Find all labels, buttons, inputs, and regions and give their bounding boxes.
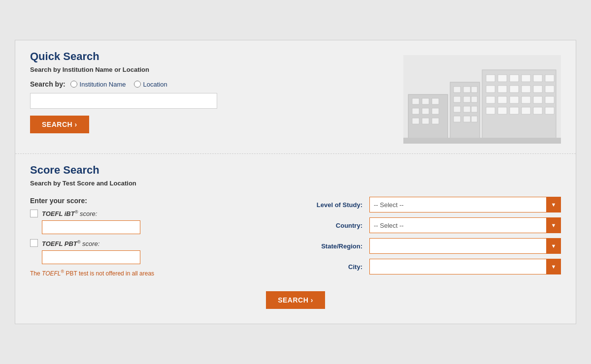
svg-rect-40 (454, 96, 460, 102)
svg-rect-17 (522, 96, 530, 103)
country-wrapper: -- Select -- (369, 217, 561, 233)
svg-rect-22 (510, 107, 519, 114)
state-region-select[interactable] (369, 238, 561, 254)
svg-rect-29 (432, 98, 439, 104)
toefl-pbt-row: TOEFL PBT® score: (30, 239, 281, 247)
score-search-button[interactable]: SEARCH › (266, 291, 325, 309)
svg-rect-39 (471, 87, 477, 92)
score-search-btn-row: SEARCH › (30, 291, 561, 309)
svg-rect-6 (533, 75, 542, 82)
svg-rect-5 (522, 75, 530, 82)
radio-group: Institution Name Location (70, 81, 167, 88)
toefl-ibt-input[interactable] (42, 220, 140, 234)
search-by-label: Search by: (30, 80, 66, 88)
svg-rect-48 (471, 116, 477, 122)
country-label: Country: (310, 222, 369, 229)
radio-location-label[interactable]: Location (134, 81, 167, 88)
svg-rect-37 (454, 87, 460, 92)
radio-institution-label[interactable]: Institution Name (70, 81, 126, 88)
score-right: Level of Study: -- Select -- Country: --… (300, 197, 561, 279)
svg-rect-9 (498, 86, 507, 92)
country-select[interactable]: -- Select -- (369, 217, 561, 233)
svg-rect-31 (422, 108, 429, 114)
svg-rect-18 (533, 96, 542, 103)
radio-location-input[interactable] (134, 81, 141, 88)
quick-search-input[interactable] (30, 93, 217, 109)
toefl-ibt-checkbox[interactable] (30, 210, 38, 217)
svg-rect-24 (533, 107, 542, 114)
search-by-row: Search by: Institution Name Location (30, 80, 394, 88)
svg-rect-27 (412, 98, 419, 104)
svg-rect-44 (463, 106, 470, 112)
svg-rect-49 (403, 138, 561, 144)
score-search-subtitle: Search by Test Score and Location (30, 180, 561, 187)
enter-score-label: Enter your score: (30, 197, 281, 205)
quick-search-left: Quick Search Search by Institution Name … (30, 50, 403, 133)
svg-rect-2 (486, 75, 495, 82)
svg-rect-47 (463, 116, 470, 122)
svg-rect-19 (545, 96, 554, 103)
svg-rect-35 (432, 118, 439, 124)
score-search-title: Score Search (30, 164, 561, 177)
svg-rect-43 (454, 106, 460, 112)
building-illustration (403, 55, 561, 144)
svg-rect-21 (498, 107, 507, 114)
svg-rect-20 (486, 107, 495, 114)
svg-rect-11 (522, 86, 530, 92)
toefl-ibt-label: TOEFL iBT® score: (42, 210, 97, 217)
svg-rect-32 (432, 108, 439, 114)
city-row: City: (310, 259, 561, 274)
svg-rect-7 (545, 75, 554, 82)
level-of-study-select[interactable]: -- Select -- (369, 197, 561, 212)
quick-search-button[interactable]: SEARCH › (30, 116, 89, 133)
svg-rect-3 (498, 75, 507, 82)
svg-rect-34 (422, 118, 429, 124)
svg-rect-45 (471, 106, 477, 112)
svg-rect-13 (545, 86, 554, 92)
toefl-pbt-checkbox[interactable] (30, 239, 38, 247)
radio-institution-text: Institution Name (80, 81, 126, 88)
radio-location-text: Location (143, 81, 167, 88)
score-search-body: Enter your score: TOEFL iBT® score: TOEF… (30, 197, 561, 279)
state-region-wrapper (369, 238, 561, 254)
svg-rect-15 (498, 96, 507, 103)
score-search-section: Score Search Search by Test Score and Lo… (15, 154, 576, 324)
level-of-study-row: Level of Study: -- Select -- (310, 197, 561, 212)
svg-rect-41 (463, 96, 470, 102)
svg-rect-38 (463, 87, 470, 92)
city-wrapper (369, 259, 561, 274)
svg-rect-25 (545, 107, 554, 114)
state-region-label: State/Region: (310, 243, 369, 250)
svg-rect-4 (510, 75, 519, 82)
svg-rect-10 (510, 86, 519, 92)
svg-rect-30 (412, 108, 419, 114)
pbt-notice: The TOEFL® PBT test is not offered in al… (30, 269, 281, 277)
country-row: Country: -- Select -- (310, 217, 561, 233)
main-container: Quick Search Search by Institution Name … (15, 40, 576, 324)
quick-search-title: Quick Search (30, 50, 394, 63)
svg-rect-14 (486, 96, 495, 103)
svg-rect-23 (522, 107, 530, 114)
city-label: City: (310, 263, 369, 271)
toefl-ibt-row: TOEFL iBT® score: (30, 210, 281, 217)
svg-rect-28 (422, 98, 429, 104)
svg-rect-12 (533, 86, 542, 92)
city-select[interactable] (369, 259, 561, 274)
radio-institution-input[interactable] (70, 81, 77, 88)
state-region-row: State/Region: (310, 238, 561, 254)
svg-rect-46 (454, 116, 460, 122)
level-of-study-label: Level of Study: (310, 201, 369, 209)
svg-rect-8 (486, 86, 495, 92)
building-svg (403, 55, 561, 144)
toefl-pbt-label: TOEFL PBT® score: (42, 239, 99, 247)
svg-rect-42 (471, 96, 477, 102)
level-of-study-wrapper: -- Select -- (369, 197, 561, 212)
quick-search-section: Quick Search Search by Institution Name … (15, 40, 576, 154)
quick-search-subtitle: Search by Institution Name or Location (30, 66, 394, 73)
score-left: Enter your score: TOEFL iBT® score: TOEF… (30, 197, 300, 277)
toefl-pbt-input[interactable] (42, 250, 140, 264)
svg-rect-33 (412, 118, 419, 124)
svg-rect-16 (510, 96, 519, 103)
